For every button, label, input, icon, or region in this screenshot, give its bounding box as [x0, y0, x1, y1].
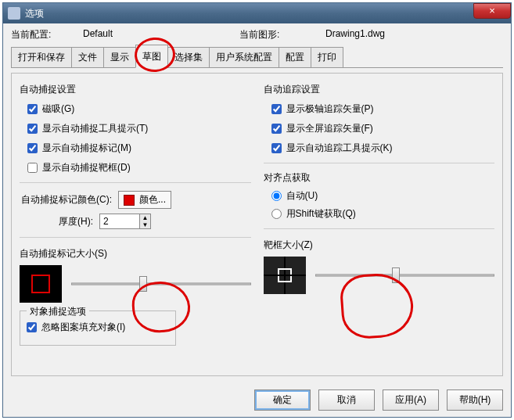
- slider-rail-2: [315, 275, 495, 277]
- thickness-spin[interactable]: ▲ ▼: [99, 214, 151, 229]
- chk-fullscreen-vector-label: 显示全屏追踪矢量(F): [286, 122, 373, 135]
- chk-autosnap-tooltip-row[interactable]: 显示自动捕捉工具提示(T): [27, 122, 251, 135]
- chk-trace-tooltip-label: 显示自动追踪工具提示(K): [286, 142, 393, 155]
- current-profile-label: 当前配置:: [11, 28, 83, 41]
- divider-r2: [264, 228, 495, 229]
- chk-autosnap-tooltip-label: 显示自动捕捉工具提示(T): [42, 122, 148, 135]
- marker-square-icon: [31, 275, 50, 293]
- chk-magnet[interactable]: [27, 104, 38, 114]
- chk-polar-vector-label: 显示极轴追踪矢量(P): [286, 102, 374, 116]
- divider: [20, 182, 251, 183]
- aperture-size-block: 靶框大小(Z): [264, 239, 495, 294]
- chk-magnet-label: 磁吸(G): [42, 102, 74, 116]
- cancel-button[interactable]: 取消: [318, 389, 375, 411]
- aperture-size-label: 靶框大小(Z): [264, 239, 495, 252]
- tab-display[interactable]: 显示: [103, 47, 136, 67]
- help-button[interactable]: 帮助(H): [447, 389, 503, 411]
- current-drawing-value: Drawing1.dwg: [325, 28, 482, 41]
- autosnap-settings-title: 自动捕捉设置: [20, 83, 251, 96]
- chk-autosnap-aperture-label: 显示自动捕捉靶框(D): [42, 161, 131, 174]
- color-button-label: 颜色...: [139, 193, 166, 206]
- align-point-title: 对齐点获取: [264, 171, 495, 185]
- drafting-panel: 自动捕捉设置 磁吸(G) 显示自动捕捉工具提示(T) 显示自动捕捉标记(M): [11, 73, 503, 376]
- chk-polar-vector-row[interactable]: 显示极轴追踪矢量(P): [271, 102, 495, 116]
- thickness-label: 厚度(H):: [59, 215, 93, 228]
- thickness-row: 厚度(H): ▲ ▼: [59, 214, 251, 229]
- radio-shift[interactable]: [271, 209, 282, 219]
- marker-preview: [20, 265, 62, 303]
- chk-autosnap-marker[interactable]: [27, 143, 38, 153]
- marker-color-label: 自动捕捉标记颜色(C):: [21, 193, 112, 206]
- ok-button[interactable]: 确定: [254, 389, 311, 411]
- current-profile-value: Default: [83, 28, 239, 41]
- chk-magnet-row[interactable]: 磁吸(G): [27, 102, 251, 116]
- marker-color-button[interactable]: 颜色...: [118, 191, 171, 209]
- marker-size-slider[interactable]: [71, 276, 251, 292]
- chk-ignore-hatch-row[interactable]: 忽略图案填充对象(I): [27, 321, 169, 334]
- aperture-box-icon: [278, 268, 292, 282]
- object-snap-options-group: 对象捕捉选项 忽略图案填充对象(I): [20, 311, 176, 346]
- chk-fullscreen-vector-row[interactable]: 显示全屏追踪矢量(F): [271, 122, 495, 135]
- tab-drafting[interactable]: 草图: [135, 45, 168, 68]
- radio-shift-row[interactable]: 用Shift键获取(Q): [271, 207, 495, 221]
- tab-strip: 打开和保存 文件 显示 草图 选择集 用户系统配置 配置 打印: [11, 45, 503, 68]
- thickness-input[interactable]: [100, 214, 139, 228]
- dialog-body: 当前配置: Default 当前图形: Drawing1.dwg 打开和保存 文…: [3, 23, 511, 417]
- chk-autosnap-aperture[interactable]: [27, 163, 38, 173]
- left-column: 自动捕捉设置 磁吸(G) 显示自动捕捉工具提示(T) 显示自动捕捉标记(M): [20, 81, 251, 368]
- chk-autosnap-marker-label: 显示自动捕捉标记(M): [42, 142, 131, 155]
- object-snap-options-title: 对象捕捉选项: [27, 305, 89, 318]
- chk-ignore-hatch-label: 忽略图案填充对象(I): [41, 321, 125, 334]
- radio-shift-label: 用Shift键获取(Q): [286, 207, 356, 221]
- header-row: 当前配置: Default 当前图形: Drawing1.dwg: [11, 28, 503, 41]
- app-icon: [8, 7, 20, 20]
- chk-autosnap-tooltip[interactable]: [27, 124, 38, 134]
- divider-r1: [264, 163, 495, 163]
- divider-2: [20, 237, 251, 238]
- window-title: 选项: [25, 7, 44, 20]
- radio-auto[interactable]: [271, 191, 282, 201]
- chk-ignore-hatch[interactable]: [27, 322, 37, 332]
- marker-size-label: 自动捕捉标记大小(S): [20, 247, 251, 260]
- current-drawing-label: 当前图形:: [239, 28, 325, 41]
- close-button[interactable]: ×: [473, 3, 511, 19]
- spin-down-icon[interactable]: ▼: [139, 221, 150, 228]
- tab-print[interactable]: 打印: [311, 47, 343, 67]
- slider-rail: [71, 283, 251, 285]
- radio-auto-label: 自动(U): [286, 189, 318, 203]
- slider-thumb[interactable]: [139, 276, 147, 292]
- tab-open-save[interactable]: 打开和保存: [11, 47, 72, 67]
- dialog-buttons: 确定 取消 应用(A) 帮助(H): [254, 389, 503, 411]
- chk-trace-tooltip-row[interactable]: 显示自动追踪工具提示(K): [271, 142, 495, 155]
- aperture-size-slider[interactable]: [315, 267, 495, 283]
- titlebar[interactable]: 选项 ×: [3, 3, 511, 23]
- chk-polar-vector[interactable]: [271, 104, 282, 114]
- right-column: 自动追踪设置 显示极轴追踪矢量(P) 显示全屏追踪矢量(F) 显示自动追踪工具提…: [264, 81, 495, 368]
- chk-autosnap-aperture-row[interactable]: 显示自动捕捉靶框(D): [27, 161, 251, 174]
- chk-trace-tooltip[interactable]: [271, 143, 282, 153]
- chk-autosnap-marker-row[interactable]: 显示自动捕捉标记(M): [27, 142, 251, 155]
- tab-selection[interactable]: 选择集: [167, 47, 210, 67]
- apply-button[interactable]: 应用(A): [383, 389, 439, 411]
- tab-profiles[interactable]: 配置: [279, 47, 311, 67]
- autotrace-settings-title: 自动追踪设置: [264, 83, 495, 96]
- spin-up-icon[interactable]: ▲: [139, 214, 150, 221]
- chk-fullscreen-vector[interactable]: [271, 124, 282, 134]
- marker-color-row: 自动捕捉标记颜色(C): 颜色...: [21, 191, 251, 209]
- radio-auto-row[interactable]: 自动(U): [271, 189, 495, 203]
- marker-size-block: 自动捕捉标记大小(S): [20, 247, 251, 303]
- color-swatch-icon: [124, 195, 135, 206]
- options-dialog: 选项 × 当前配置: Default 当前图形: Drawing1.dwg 打开…: [2, 2, 512, 418]
- tab-files[interactable]: 文件: [71, 47, 104, 67]
- slider-thumb-2[interactable]: [392, 267, 400, 283]
- aperture-preview: [264, 257, 306, 294]
- tab-user-preferences[interactable]: 用户系统配置: [209, 47, 279, 67]
